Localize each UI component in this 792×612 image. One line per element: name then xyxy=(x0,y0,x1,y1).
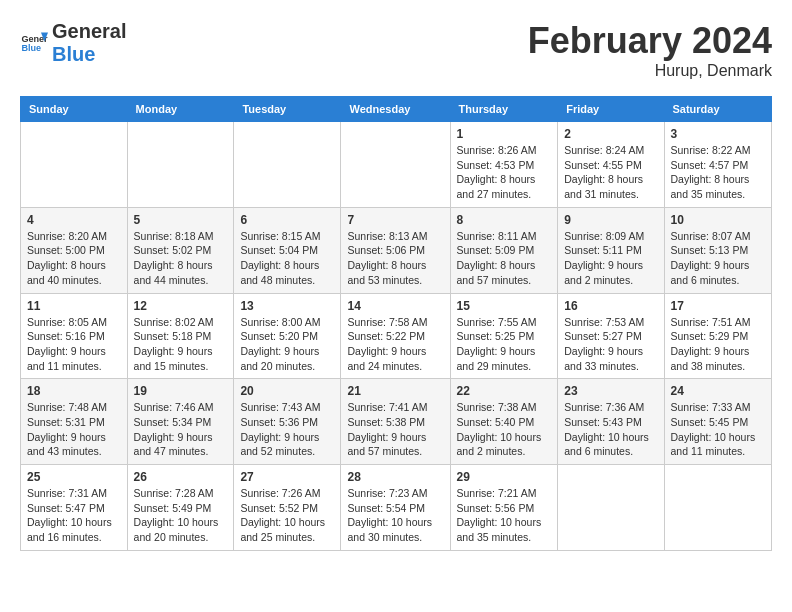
header-saturday: Saturday xyxy=(664,97,772,122)
cell-info: Sunrise: 8:26 AM Sunset: 4:53 PM Dayligh… xyxy=(457,143,552,202)
cell-info: Sunrise: 8:22 AM Sunset: 4:57 PM Dayligh… xyxy=(671,143,766,202)
cell-info: Sunrise: 7:58 AM Sunset: 5:22 PM Dayligh… xyxy=(347,315,443,374)
day-number: 11 xyxy=(27,299,121,313)
calendar-cell xyxy=(341,122,450,208)
calendar-cell: 15Sunrise: 7:55 AM Sunset: 5:25 PM Dayli… xyxy=(450,293,558,379)
day-number: 12 xyxy=(134,299,228,313)
month-year-title: February 2024 xyxy=(528,20,772,62)
svg-text:Blue: Blue xyxy=(21,43,41,53)
header-tuesday: Tuesday xyxy=(234,97,341,122)
cell-info: Sunrise: 7:41 AM Sunset: 5:38 PM Dayligh… xyxy=(347,400,443,459)
logo: General Blue General Blue xyxy=(20,20,126,66)
calendar-cell: 22Sunrise: 7:38 AM Sunset: 5:40 PM Dayli… xyxy=(450,379,558,465)
days-header-row: SundayMondayTuesdayWednesdayThursdayFrid… xyxy=(21,97,772,122)
header-thursday: Thursday xyxy=(450,97,558,122)
calendar-cell: 8Sunrise: 8:11 AM Sunset: 5:09 PM Daylig… xyxy=(450,207,558,293)
cell-info: Sunrise: 8:07 AM Sunset: 5:13 PM Dayligh… xyxy=(671,229,766,288)
location-title: Hurup, Denmark xyxy=(528,62,772,80)
calendar-cell: 18Sunrise: 7:48 AM Sunset: 5:31 PM Dayli… xyxy=(21,379,128,465)
cell-info: Sunrise: 7:48 AM Sunset: 5:31 PM Dayligh… xyxy=(27,400,121,459)
calendar-table: SundayMondayTuesdayWednesdayThursdayFrid… xyxy=(20,96,772,551)
week-row-4: 18Sunrise: 7:48 AM Sunset: 5:31 PM Dayli… xyxy=(21,379,772,465)
cell-info: Sunrise: 7:43 AM Sunset: 5:36 PM Dayligh… xyxy=(240,400,334,459)
page-header: General Blue General Blue February 2024 … xyxy=(20,20,772,80)
calendar-cell: 3Sunrise: 8:22 AM Sunset: 4:57 PM Daylig… xyxy=(664,122,772,208)
cell-info: Sunrise: 7:26 AM Sunset: 5:52 PM Dayligh… xyxy=(240,486,334,545)
calendar-cell: 21Sunrise: 7:41 AM Sunset: 5:38 PM Dayli… xyxy=(341,379,450,465)
cell-info: Sunrise: 7:55 AM Sunset: 5:25 PM Dayligh… xyxy=(457,315,552,374)
cell-info: Sunrise: 7:31 AM Sunset: 5:47 PM Dayligh… xyxy=(27,486,121,545)
title-block: February 2024 Hurup, Denmark xyxy=(528,20,772,80)
calendar-cell: 2Sunrise: 8:24 AM Sunset: 4:55 PM Daylig… xyxy=(558,122,664,208)
cell-info: Sunrise: 8:02 AM Sunset: 5:18 PM Dayligh… xyxy=(134,315,228,374)
cell-info: Sunrise: 8:13 AM Sunset: 5:06 PM Dayligh… xyxy=(347,229,443,288)
day-number: 16 xyxy=(564,299,657,313)
calendar-cell: 1Sunrise: 8:26 AM Sunset: 4:53 PM Daylig… xyxy=(450,122,558,208)
day-number: 3 xyxy=(671,127,766,141)
calendar-cell: 5Sunrise: 8:18 AM Sunset: 5:02 PM Daylig… xyxy=(127,207,234,293)
day-number: 8 xyxy=(457,213,552,227)
cell-info: Sunrise: 7:33 AM Sunset: 5:45 PM Dayligh… xyxy=(671,400,766,459)
week-row-3: 11Sunrise: 8:05 AM Sunset: 5:16 PM Dayli… xyxy=(21,293,772,379)
header-monday: Monday xyxy=(127,97,234,122)
calendar-cell xyxy=(21,122,128,208)
calendar-cell: 26Sunrise: 7:28 AM Sunset: 5:49 PM Dayli… xyxy=(127,465,234,551)
week-row-1: 1Sunrise: 8:26 AM Sunset: 4:53 PM Daylig… xyxy=(21,122,772,208)
cell-info: Sunrise: 7:21 AM Sunset: 5:56 PM Dayligh… xyxy=(457,486,552,545)
cell-info: Sunrise: 7:38 AM Sunset: 5:40 PM Dayligh… xyxy=(457,400,552,459)
header-wednesday: Wednesday xyxy=(341,97,450,122)
calendar-cell: 20Sunrise: 7:43 AM Sunset: 5:36 PM Dayli… xyxy=(234,379,341,465)
cell-info: Sunrise: 8:20 AM Sunset: 5:00 PM Dayligh… xyxy=(27,229,121,288)
header-friday: Friday xyxy=(558,97,664,122)
day-number: 22 xyxy=(457,384,552,398)
calendar-cell: 7Sunrise: 8:13 AM Sunset: 5:06 PM Daylig… xyxy=(341,207,450,293)
calendar-cell: 16Sunrise: 7:53 AM Sunset: 5:27 PM Dayli… xyxy=(558,293,664,379)
day-number: 25 xyxy=(27,470,121,484)
day-number: 19 xyxy=(134,384,228,398)
cell-info: Sunrise: 7:53 AM Sunset: 5:27 PM Dayligh… xyxy=(564,315,657,374)
day-number: 26 xyxy=(134,470,228,484)
day-number: 23 xyxy=(564,384,657,398)
calendar-cell: 17Sunrise: 7:51 AM Sunset: 5:29 PM Dayli… xyxy=(664,293,772,379)
logo-blue: Blue xyxy=(52,43,126,66)
calendar-cell: 24Sunrise: 7:33 AM Sunset: 5:45 PM Dayli… xyxy=(664,379,772,465)
cell-info: Sunrise: 8:00 AM Sunset: 5:20 PM Dayligh… xyxy=(240,315,334,374)
cell-info: Sunrise: 8:24 AM Sunset: 4:55 PM Dayligh… xyxy=(564,143,657,202)
logo-general: General xyxy=(52,20,126,43)
calendar-cell xyxy=(234,122,341,208)
calendar-cell: 9Sunrise: 8:09 AM Sunset: 5:11 PM Daylig… xyxy=(558,207,664,293)
cell-info: Sunrise: 7:28 AM Sunset: 5:49 PM Dayligh… xyxy=(134,486,228,545)
day-number: 7 xyxy=(347,213,443,227)
day-number: 10 xyxy=(671,213,766,227)
calendar-cell xyxy=(558,465,664,551)
day-number: 6 xyxy=(240,213,334,227)
calendar-cell: 14Sunrise: 7:58 AM Sunset: 5:22 PM Dayli… xyxy=(341,293,450,379)
calendar-cell: 6Sunrise: 8:15 AM Sunset: 5:04 PM Daylig… xyxy=(234,207,341,293)
cell-info: Sunrise: 8:05 AM Sunset: 5:16 PM Dayligh… xyxy=(27,315,121,374)
day-number: 29 xyxy=(457,470,552,484)
cell-info: Sunrise: 8:15 AM Sunset: 5:04 PM Dayligh… xyxy=(240,229,334,288)
calendar-cell: 13Sunrise: 8:00 AM Sunset: 5:20 PM Dayli… xyxy=(234,293,341,379)
cell-info: Sunrise: 7:46 AM Sunset: 5:34 PM Dayligh… xyxy=(134,400,228,459)
day-number: 14 xyxy=(347,299,443,313)
calendar-cell: 10Sunrise: 8:07 AM Sunset: 5:13 PM Dayli… xyxy=(664,207,772,293)
day-number: 27 xyxy=(240,470,334,484)
day-number: 20 xyxy=(240,384,334,398)
calendar-cell xyxy=(127,122,234,208)
week-row-2: 4Sunrise: 8:20 AM Sunset: 5:00 PM Daylig… xyxy=(21,207,772,293)
week-row-5: 25Sunrise: 7:31 AM Sunset: 5:47 PM Dayli… xyxy=(21,465,772,551)
day-number: 24 xyxy=(671,384,766,398)
cell-info: Sunrise: 8:11 AM Sunset: 5:09 PM Dayligh… xyxy=(457,229,552,288)
logo-icon: General Blue xyxy=(20,29,48,57)
calendar-cell: 25Sunrise: 7:31 AM Sunset: 5:47 PM Dayli… xyxy=(21,465,128,551)
calendar-cell xyxy=(664,465,772,551)
day-number: 13 xyxy=(240,299,334,313)
day-number: 18 xyxy=(27,384,121,398)
calendar-cell: 28Sunrise: 7:23 AM Sunset: 5:54 PM Dayli… xyxy=(341,465,450,551)
header-sunday: Sunday xyxy=(21,97,128,122)
day-number: 28 xyxy=(347,470,443,484)
cell-info: Sunrise: 7:51 AM Sunset: 5:29 PM Dayligh… xyxy=(671,315,766,374)
cell-info: Sunrise: 8:18 AM Sunset: 5:02 PM Dayligh… xyxy=(134,229,228,288)
calendar-cell: 11Sunrise: 8:05 AM Sunset: 5:16 PM Dayli… xyxy=(21,293,128,379)
day-number: 1 xyxy=(457,127,552,141)
